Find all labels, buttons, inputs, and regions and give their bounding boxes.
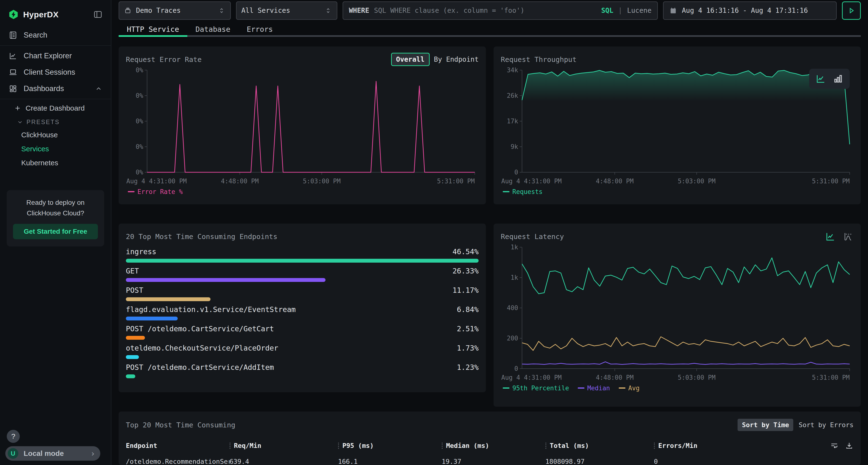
run-query-button[interactable]: [842, 1, 861, 20]
table-row[interactable]: /oteldemo.RecommendationServ639.4166.119…: [126, 453, 854, 465]
throughput-chart[interactable]: 09k17k26k34kAug 4 4:31:00 PM4:48:00 PM5:…: [501, 66, 854, 187]
sidebar-item-label: Search: [24, 31, 47, 39]
panel-request-latency: Request Latency 02004001k1kAug 4 4:31:00…: [494, 224, 861, 407]
service-select[interactable]: All Services: [236, 1, 337, 20]
svg-text:17k: 17k: [507, 118, 518, 125]
column-header-total-ms-[interactable]: Total (ms): [546, 442, 654, 449]
svg-text:5:31:00 PM: 5:31:00 PM: [812, 374, 850, 381]
preset-item-kubernetes[interactable]: Kubernetes: [0, 156, 111, 170]
by-endpoint-toggle-button[interactable]: By Endpoint: [434, 56, 478, 63]
column-label: Endpoint: [126, 442, 157, 449]
latency-chart[interactable]: 02004001k1kAug 4 4:31:00 PM4:48:00 PM5:0…: [501, 243, 854, 383]
where-placeholder: SQL WHERE clause (ex. column = 'foo'): [374, 6, 596, 14]
column-drag-handle[interactable]: [229, 442, 230, 449]
sidebar-item-dashboards[interactable]: Dashboards: [0, 80, 111, 97]
sidebar-item-client-sessions[interactable]: Client Sessions: [0, 64, 111, 80]
source-select[interactable]: Demo Traces: [119, 1, 231, 20]
column-drag-handle[interactable]: [338, 442, 339, 449]
endpoint-row[interactable]: oteldemo.CheckoutService/PlaceOrder1.73%: [126, 343, 478, 359]
legend-item: 95th Percentile: [503, 385, 569, 392]
table-cell: /oteldemo.RecommendationServ: [126, 458, 229, 465]
chart-type-toolbar: [809, 69, 850, 89]
column-label: P95 (ms): [342, 442, 374, 449]
svg-text:Aug 4 4:31:00 PM: Aug 4 4:31:00 PM: [501, 177, 562, 185]
create-dashboard-button[interactable]: Create Dashboard: [0, 101, 111, 115]
legend-item: Error Rate %: [128, 188, 183, 195]
overall-toggle-button[interactable]: Overall: [391, 53, 430, 66]
svg-text:0: 0: [514, 169, 518, 176]
endpoint-row[interactable]: POST /oteldemo.CartService/GetCart2.51%: [126, 324, 478, 340]
table-cell: 1808098.97: [546, 458, 654, 465]
legend-label: 95th Percentile: [513, 385, 569, 392]
sort-by-time-button[interactable]: Sort by Time: [738, 419, 793, 431]
tab-database[interactable]: Database: [187, 22, 239, 37]
endpoint-row[interactable]: flagd.evaluation.v1.Service/EventStream6…: [126, 304, 478, 321]
table-header-row: EndpointReq/MinP95 (ms)Median (ms)Total …: [126, 439, 854, 453]
column-label: Median (ms): [446, 442, 489, 449]
column-header-endpoint[interactable]: Endpoint: [126, 442, 229, 449]
endpoint-percentage: 1.73%: [457, 344, 478, 352]
user-menu[interactable]: U Local mode ›: [5, 446, 100, 461]
column-label: Errors/Min: [658, 442, 698, 449]
date-range-picker[interactable]: Aug 4 16:31:16 - Aug 4 17:31:16: [663, 1, 837, 20]
lucene-mode-toggle[interactable]: Lucene: [627, 6, 651, 14]
endpoint-label: POST /oteldemo.CartService/AddItem: [126, 363, 452, 371]
legend-label: Median: [587, 385, 610, 392]
presets-toggle[interactable]: PRESETS: [0, 115, 111, 128]
panel-title: Request Latency: [501, 232, 825, 241]
column-drag-handle[interactable]: [546, 442, 546, 449]
avatar: U: [8, 448, 18, 459]
endpoint-row[interactable]: GET26.33%: [126, 266, 478, 282]
preset-item-services[interactable]: Services: [0, 142, 111, 156]
chevron-up-icon: [95, 85, 102, 92]
endpoint-row[interactable]: POST11.17%: [126, 285, 478, 301]
column-drag-handle[interactable]: [442, 442, 443, 449]
endpoint-bar: [126, 297, 211, 301]
chart-explorer-icon: [9, 52, 18, 60]
dashboards-icon: [9, 84, 18, 93]
column-label: Req/Min: [234, 442, 261, 449]
tab-errors[interactable]: Errors: [239, 22, 281, 37]
endpoint-label: POST: [126, 286, 448, 294]
where-input[interactable]: WHERE SQL WHERE clause (ex. column = 'fo…: [343, 1, 658, 20]
svg-text:1k: 1k: [511, 243, 518, 251]
tab-http-service[interactable]: HTTP Service: [119, 22, 187, 37]
sidebar-item-search[interactable]: Search: [0, 27, 111, 43]
error-rate-chart[interactable]: 0%0%0%0%0%Aug 4 4:31:00 PM4:48:00 PM5:03…: [126, 66, 478, 187]
get-started-button[interactable]: Get Started for Free: [13, 224, 98, 239]
column-header-p95-ms-[interactable]: P95 (ms): [338, 442, 442, 449]
sql-mode-toggle[interactable]: SQL: [601, 6, 613, 14]
endpoint-bar: [126, 374, 135, 378]
bar-chart-icon[interactable]: [833, 73, 843, 84]
user-mode-label: Local mode: [24, 449, 91, 458]
endpoint-bar: [126, 336, 145, 340]
legend-dash: [619, 388, 625, 389]
endpoint-row[interactable]: ingress46.54%: [126, 247, 478, 263]
histogram-icon[interactable]: [843, 231, 854, 242]
wrap-lines-icon[interactable]: [830, 441, 839, 450]
line-chart-icon[interactable]: [825, 231, 836, 242]
endpoint-row[interactable]: POST /oteldemo.CartService/AddItem1.23%: [126, 362, 478, 378]
play-icon: [847, 6, 856, 15]
endpoint-label: GET: [126, 267, 448, 275]
sidebar-collapse-icon[interactable]: [93, 10, 103, 19]
column-header-errors-min[interactable]: Errors/Min: [654, 442, 825, 449]
column-header-req-min[interactable]: Req/Min: [229, 442, 338, 449]
table-body: /oteldemo.RecommendationServ639.4166.119…: [126, 453, 854, 465]
help-button[interactable]: ?: [7, 430, 20, 443]
legend-item: Avg: [619, 385, 640, 392]
svg-text:400: 400: [507, 304, 518, 311]
sidebar-item-chart-explorer[interactable]: Chart Explorer: [0, 48, 111, 64]
sort-by-errors-button[interactable]: Sort by Errors: [799, 421, 854, 429]
column-drag-handle[interactable]: [654, 442, 655, 449]
svg-text:5:03:00 PM: 5:03:00 PM: [303, 177, 341, 185]
svg-text:5:03:00 PM: 5:03:00 PM: [678, 374, 716, 381]
legend-dash: [128, 191, 134, 192]
column-header-median-ms-[interactable]: Median (ms): [442, 442, 546, 449]
table-cell: 166.1: [338, 458, 442, 465]
download-icon[interactable]: [845, 441, 854, 450]
legend-label: Avg: [628, 385, 640, 392]
line-chart-icon[interactable]: [815, 73, 826, 84]
plus-icon: [14, 105, 21, 112]
preset-item-clickhouse[interactable]: ClickHouse: [0, 128, 111, 142]
